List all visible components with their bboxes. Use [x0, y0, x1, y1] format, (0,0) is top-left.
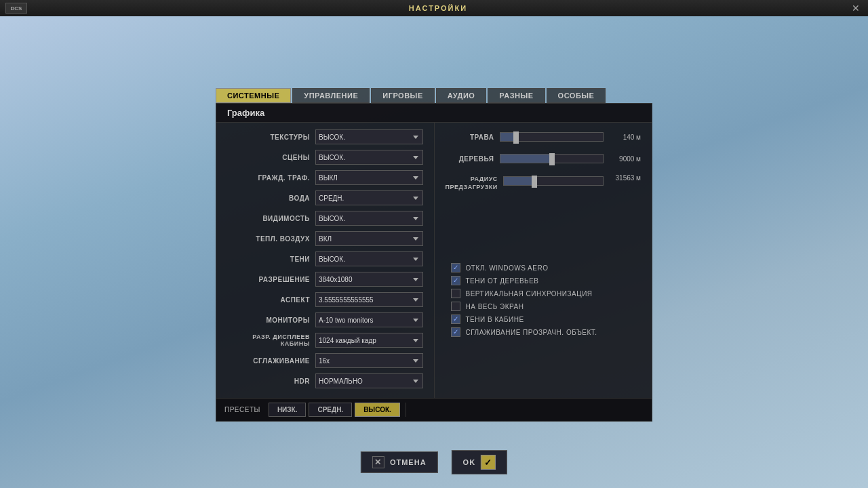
resolution-row: РАЗРЕШЕНИЕ 3840x1080 1920x1080 868x488 — [227, 270, 423, 288]
resolution-select[interactable]: 3840x1080 1920x1080 868x488 — [315, 272, 423, 287]
trees-track — [500, 154, 604, 163]
cancel-button[interactable]: ✕ ОТМЕНА — [361, 451, 438, 473]
disable-aero-checkbox[interactable]: ✓ — [451, 263, 460, 272]
tree-shadows-tick: ✓ — [453, 277, 458, 284]
cockpit-shadows-tick: ✓ — [453, 316, 458, 323]
visibility-select[interactable]: ВЫСОК. СРЕДН. НИЗК. — [315, 211, 423, 226]
tree-shadows-row: ✓ ТЕНИ ОТ ДЕРЕВЬЕВ — [446, 276, 642, 285]
monitors-label: МОНИТОРЫ — [227, 317, 315, 324]
heat-haze-select[interactable]: ВКЛ ВЫКЛ — [315, 231, 423, 246]
cockpit-shadows-label: ТЕНИ В КАБИНЕ — [466, 316, 524, 323]
grass-thumb — [513, 131, 519, 144]
civil-traffic-label: ГРАЖД. ТРАФ. — [227, 174, 315, 182]
trees-fill — [500, 155, 552, 163]
scenes-select-wrapper: ВЫСОК. СРЕДН. НИЗК. — [315, 150, 423, 165]
preload-value: 31563 м — [604, 174, 641, 182]
ok-icon: ✓ — [481, 455, 496, 470]
monitors-select[interactable]: A-10 two monitors — [315, 312, 423, 327]
trees-value: 9000 м — [604, 155, 641, 163]
tab-audio[interactable]: АУДИО — [436, 88, 487, 103]
tree-shadows-label: ТЕНИ ОТ ДЕРЕВЬЕВ — [466, 277, 539, 285]
shadows-select[interactable]: ВЫСОК. СРЕДН. НИЗК. ВЫКЛ — [315, 251, 423, 266]
antialiasing-label: СГЛАЖИВАНИЕ — [227, 357, 315, 365]
window-title: НАСТРОЙКИ — [409, 4, 467, 12]
aspect-select-wrapper: 3.5555555555555 — [315, 292, 423, 307]
preload-slider-row: РАДИУС ПРЕДЗАГРУЗКИ 31563 м — [446, 171, 642, 191]
vsync-label: ВЕРТИКАЛЬНАЯ СИНХРОНИЗАЦИЯ — [466, 290, 593, 298]
panel-content: ТЕКСТУРЫ ВЫСОК. СРЕДН. НИЗК. СЦЕНЫ — [216, 123, 652, 398]
panel-left: ТЕКСТУРЫ ВЫСОК. СРЕДН. НИЗК. СЦЕНЫ — [216, 123, 435, 398]
cancel-icon: ✕ — [372, 456, 384, 468]
tab-upravlenie[interactable]: УПРАВЛЕНИЕ — [292, 88, 370, 103]
cockpit-shadows-row: ✓ ТЕНИ В КАБИНЕ — [446, 314, 642, 324]
footer-divider — [406, 403, 406, 417]
water-select[interactable]: СРЕДН. ВЫСОК. НИЗК. — [315, 190, 423, 205]
disable-aero-label: ОТКЛ. WINDOWS AERO — [466, 264, 549, 272]
hdr-select[interactable]: НОРМАЛЬНО ВЫСОК. ВЫКЛ — [315, 373, 423, 388]
heat-haze-select-wrapper: ВКЛ ВЫКЛ — [315, 231, 423, 246]
hdr-select-wrapper: НОРМАЛЬНО ВЫСОК. ВЫКЛ — [315, 373, 423, 388]
disable-aero-row: ✓ ОТКЛ. WINDOWS AERO — [446, 263, 642, 272]
ok-label: OK — [463, 458, 476, 466]
antialiasing-row: СГЛАЖИВАНИЕ 16x 8x 4x 2x ВЫКЛ — [227, 352, 423, 369]
visibility-label: ВИДИМОСТЬ — [227, 215, 315, 222]
textures-select[interactable]: ВЫСОК. СРЕДН. НИЗК. — [315, 129, 423, 144]
civil-traffic-select-wrapper: ВЫКЛ ВКЛ — [315, 170, 423, 185]
scenes-label: СЦЕНЫ — [227, 154, 315, 161]
alpha-aa-checkbox[interactable]: ✓ — [451, 327, 460, 337]
hdr-row: HDR НОРМАЛЬНО ВЫСОК. ВЫКЛ — [227, 372, 423, 390]
preload-track-container — [503, 174, 604, 188]
panel-title: Графика — [227, 108, 264, 118]
hdr-label: HDR — [227, 378, 315, 385]
cancel-label: ОТМЕНА — [390, 458, 427, 466]
tab-igrovye[interactable]: ИГРОВЫЕ — [371, 88, 434, 103]
tab-osobye[interactable]: ОСОБЫЕ — [547, 88, 606, 103]
aspect-select[interactable]: 3.5555555555555 — [315, 292, 423, 307]
tab-systemные[interactable]: СИСТЕМНЫЕ — [216, 88, 291, 103]
fullscreen-checkbox[interactable] — [451, 302, 460, 311]
preset-medium-button[interactable]: СРЕДН. — [309, 403, 352, 417]
water-row: ВОДА СРЕДН. ВЫСОК. НИЗК. — [227, 189, 423, 207]
vsync-row: ВЕРТИКАЛЬНАЯ СИНХРОНИЗАЦИЯ — [446, 289, 642, 298]
preset-low-button[interactable]: НИЗК. — [269, 403, 307, 417]
disable-aero-tick: ✓ — [453, 264, 458, 271]
cockpit-res-row: РАЗР. ДИСПЛЕЕВ КАБИНЫ 1024 каждый кадр — [227, 331, 423, 349]
alpha-aa-tick: ✓ — [453, 329, 458, 336]
alpha-aa-row: ✓ СГЛАЖИВАНИЕ ПРОЗРАЧН. ОБЪЕКТ. — [446, 327, 642, 337]
dcs-logo-icon: DCS — [5, 3, 27, 14]
trees-slider-row: ДЕРЕВЬЯ 9000 м — [446, 150, 642, 167]
cockpit-shadows-checkbox[interactable]: ✓ — [451, 314, 460, 324]
tree-shadows-checkbox[interactable]: ✓ — [451, 276, 460, 285]
preload-thumb — [532, 176, 537, 188]
fullscreen-label: НА ВЕСЬ ЭКРАН — [466, 303, 524, 310]
textures-select-wrapper: ВЫСОК. СРЕДН. НИЗК. — [315, 129, 423, 144]
vsync-checkbox[interactable] — [451, 289, 460, 298]
antialiasing-select[interactable]: 16x 8x 4x 2x ВЫКЛ — [315, 353, 423, 368]
ok-button[interactable]: OK ✓ — [452, 450, 508, 474]
scenes-row: СЦЕНЫ ВЫСОК. СРЕДН. НИЗК. — [227, 148, 423, 166]
settings-dialog: СИСТЕМНЫЕ УПРАВЛЕНИЕ ИГРОВЫЕ АУДИО РАЗНЫ… — [216, 88, 652, 422]
heat-haze-label: ТЕПЛ. ВОЗДУХ — [227, 235, 315, 243]
civil-traffic-select[interactable]: ВЫКЛ ВКЛ — [315, 170, 423, 185]
preload-fill — [504, 177, 534, 185]
monitors-row: МОНИТОРЫ A-10 two monitors — [227, 311, 423, 329]
water-select-wrapper: СРЕДН. ВЫСОК. НИЗК. — [315, 190, 423, 205]
resolution-select-wrapper: 3840x1080 1920x1080 868x488 — [315, 272, 423, 287]
close-button[interactable]: ✕ — [849, 3, 863, 14]
scenes-select[interactable]: ВЫСОК. СРЕДН. НИЗК. — [315, 150, 423, 165]
preset-high-button[interactable]: ВЫСОК. — [355, 403, 400, 417]
antialiasing-select-wrapper: 16x 8x 4x 2x ВЫКЛ — [315, 353, 423, 368]
shadows-row: ТЕНИ ВЫСОК. СРЕДН. НИЗК. ВЫКЛ — [227, 250, 423, 268]
monitors-select-wrapper: A-10 two monitors — [315, 312, 423, 327]
presets-label: ПРЕСЕТЫ — [224, 406, 260, 413]
heat-haze-row: ТЕПЛ. ВОЗДУХ ВКЛ ВЫКЛ — [227, 230, 423, 247]
visibility-select-wrapper: ВЫСОК. СРЕДН. НИЗК. — [315, 211, 423, 226]
trees-track-container — [500, 152, 604, 165]
bottom-buttons: ✕ ОТМЕНА OK ✓ — [361, 450, 507, 474]
civil-traffic-row: ГРАЖД. ТРАФ. ВЫКЛ ВКЛ — [227, 169, 423, 186]
tab-raznye[interactable]: РАЗНЫЕ — [488, 88, 545, 103]
preload-track — [503, 176, 604, 186]
cockpit-res-select[interactable]: 1024 каждый кадр — [315, 333, 423, 348]
textures-row: ТЕКСТУРЫ ВЫСОК. СРЕДН. НИЗК. — [227, 128, 423, 146]
shadows-select-wrapper: ВЫСОК. СРЕДН. НИЗК. ВЫКЛ — [315, 251, 423, 266]
